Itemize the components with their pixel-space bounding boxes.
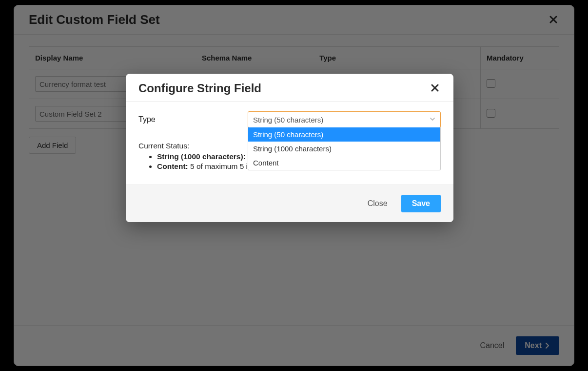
current-status-label: Current Status: (138, 142, 189, 150)
inner-modal-title: Configure String Field (138, 82, 261, 95)
type-option[interactable]: String (50 characters) (248, 127, 440, 142)
chevron-down-icon (430, 116, 435, 124)
inner-modal-footer: Close Save (126, 185, 453, 222)
type-label: Type (138, 115, 236, 124)
type-form-row: Type String (50 characters) String (50 c… (138, 111, 441, 128)
type-option[interactable]: Content (248, 156, 440, 170)
status-item-bold: Content: (157, 162, 188, 170)
type-select[interactable]: String (50 characters) (248, 111, 441, 128)
inner-modal-header: Configure String Field (126, 74, 453, 102)
type-dropdown: String (50 characters) String (1000 char… (248, 127, 441, 170)
configure-string-field-modal: Configure String Field Type String (50 c… (126, 74, 453, 222)
close-button[interactable]: Close (368, 199, 388, 208)
status-item-bold: String (1000 characters): (157, 152, 246, 161)
type-select-wrap: String (50 characters) String (50 charac… (248, 111, 441, 128)
inner-modal-body: Type String (50 characters) String (50 c… (126, 102, 453, 185)
save-button[interactable]: Save (401, 195, 441, 212)
type-option[interactable]: String (1000 characters) (248, 142, 440, 156)
type-select-value: String (50 characters) (253, 116, 323, 124)
close-icon[interactable] (429, 83, 441, 94)
